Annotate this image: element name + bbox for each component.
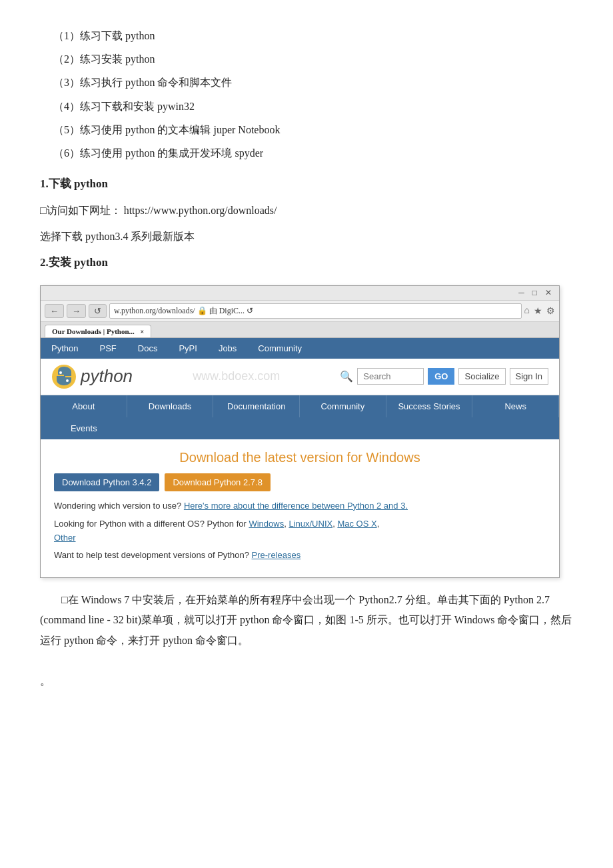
os-info-text: Looking for Python with a different OS? … xyxy=(54,517,546,545)
close-icon[interactable]: ✕ xyxy=(543,288,554,298)
minimize-icon[interactable]: ─ xyxy=(516,288,526,298)
list-item-5: （5）练习使用 python 的文本编辑 juper Notebook xyxy=(53,121,573,139)
prerelease-text: Want to help test development versions o… xyxy=(54,549,546,563)
nav-pypi[interactable]: PyPI xyxy=(168,338,207,359)
os-info-pre: Looking for Python with a different OS? … xyxy=(54,519,249,529)
active-tab[interactable]: Our Downloads | Python... × xyxy=(45,325,151,337)
go-button[interactable]: GO xyxy=(428,368,454,385)
home-icon[interactable]: ⌂ xyxy=(524,305,530,316)
nav-psf[interactable]: PSF xyxy=(89,338,127,359)
section1-text: □访问如下网址： https://www.python.org/download… xyxy=(40,201,573,221)
nav2-downloads[interactable]: Downloads xyxy=(127,395,214,417)
download-title: Download the latest version for Windows xyxy=(54,450,546,465)
python-secondary-nav: About Downloads Documentation Community … xyxy=(41,395,559,439)
signin-button[interactable]: Sign In xyxy=(510,368,548,385)
footer-paragraph: □在 Windows 7 中安装后，在开始菜单的所有程序中会出现一个 Pytho… xyxy=(40,590,573,651)
svg-point-1 xyxy=(59,371,62,374)
python-logo: python xyxy=(51,364,133,389)
list-item-4: （4）练习下载和安装 pywin32 xyxy=(53,97,573,115)
search-input[interactable] xyxy=(357,368,424,385)
version-info-link[interactable]: Here's more about the difference between… xyxy=(184,501,408,511)
nav-jobs[interactable]: Jobs xyxy=(208,338,247,359)
toolbar-icons: ⌂ ★ ⚙ xyxy=(524,305,555,317)
nav2-news[interactable]: News xyxy=(472,395,559,417)
version-info-text: Wondering which version to use? Here's m… xyxy=(54,499,546,513)
prerelease-link[interactable]: Pre-releases xyxy=(252,550,301,560)
address-lock: 🔒 xyxy=(197,306,209,315)
nav2-community[interactable]: Community xyxy=(300,395,386,417)
section2-title: 2.安装 python xyxy=(40,253,573,273)
address-security: 由 DigiC... xyxy=(209,306,245,315)
version-info-pre: Wondering which version to use? xyxy=(54,501,184,511)
linux-link[interactable]: Linux/UNIX xyxy=(289,519,332,529)
nav-community[interactable]: Community xyxy=(247,338,312,359)
footer-period: 。 xyxy=(40,675,51,687)
address-bar[interactable]: w.python.org/downloads/ 🔒 由 DigiC... ↺ xyxy=(109,303,522,319)
browser-toolbar: ← → ↺ w.python.org/downloads/ 🔒 由 DigiC.… xyxy=(41,301,559,322)
star-icon[interactable]: ★ xyxy=(534,305,542,317)
refresh-button[interactable]: ↺ xyxy=(89,304,107,318)
socialize-button[interactable]: Socialize xyxy=(458,368,505,385)
list-items: （1）练习下载 python （2）练习安装 python （3）练习执行 py… xyxy=(53,27,573,162)
settings-icon[interactable]: ⚙ xyxy=(546,305,555,317)
maximize-icon[interactable]: □ xyxy=(530,288,539,298)
download-section: Download the latest version for Windows … xyxy=(41,439,559,577)
list-item-6: （6）练习使用 python 的集成开发环境 spyder xyxy=(53,144,573,162)
python-search: 🔍 GO Socialize Sign In xyxy=(340,368,548,385)
download-buttons: Download Python 3.4.2 Download Python 2.… xyxy=(54,473,546,491)
download-python342-button[interactable]: Download Python 3.4.2 xyxy=(54,473,159,491)
nav2-about[interactable]: About xyxy=(41,395,127,417)
svg-point-2 xyxy=(66,379,69,382)
python-logo-text: python xyxy=(81,366,133,387)
tab-label: Our Downloads | Python... xyxy=(52,327,135,335)
list-section: （1）练习下载 python （2）练习安装 python （3）练习执行 py… xyxy=(40,27,573,162)
tab-close[interactable]: × xyxy=(141,328,145,335)
footer-text: □在 Windows 7 中安装后，在开始菜单的所有程序中会出现一个 Pytho… xyxy=(40,590,573,691)
list-item-1: （1）练习下载 python xyxy=(53,27,573,45)
section1-sub: 选择下载 python3.4 系列最新版本 xyxy=(40,227,573,247)
list-item-2: （2）练习安装 python xyxy=(53,50,573,68)
python-header: python www.bdoex.com 🔍 GO Socialize Sign… xyxy=(41,359,559,395)
back-button[interactable]: ← xyxy=(45,304,64,318)
prerelease-pre: Want to help test development versions o… xyxy=(54,550,252,560)
watermark-text: www.bdoex.com xyxy=(139,369,333,383)
list-item-3: （3）练习执行 python 命令和脚本文件 xyxy=(53,73,573,91)
download-python278-button[interactable]: Download Python 2.7.8 xyxy=(165,473,270,491)
forward-button[interactable]: → xyxy=(67,304,86,318)
python-top-nav: Python PSF Docs PyPI Jobs Community xyxy=(41,338,559,359)
nav2-success-stories[interactable]: Success Stories xyxy=(386,395,473,417)
section1-title: 1.下载 python xyxy=(40,174,573,195)
python-logo-icon xyxy=(51,364,77,389)
other-link[interactable]: Other xyxy=(54,533,76,543)
browser-window: ─ □ ✕ ← → ↺ w.python.org/downloads/ 🔒 由 … xyxy=(40,285,560,578)
nav-docs[interactable]: Docs xyxy=(127,338,169,359)
address-refresh: ↺ xyxy=(247,306,253,315)
nav2-events[interactable]: Events xyxy=(41,417,127,439)
browser-titlebar: ─ □ ✕ xyxy=(41,286,559,301)
address-text: w.python.org/downloads/ xyxy=(114,306,195,315)
nav-python[interactable]: Python xyxy=(41,338,89,359)
windows-link[interactable]: Windows xyxy=(249,519,284,529)
macos-link[interactable]: Mac OS X xyxy=(337,519,376,529)
tab-bar: Our Downloads | Python... × xyxy=(41,322,559,338)
nav2-documentation[interactable]: Documentation xyxy=(213,395,300,417)
search-icon: 🔍 xyxy=(340,370,353,383)
